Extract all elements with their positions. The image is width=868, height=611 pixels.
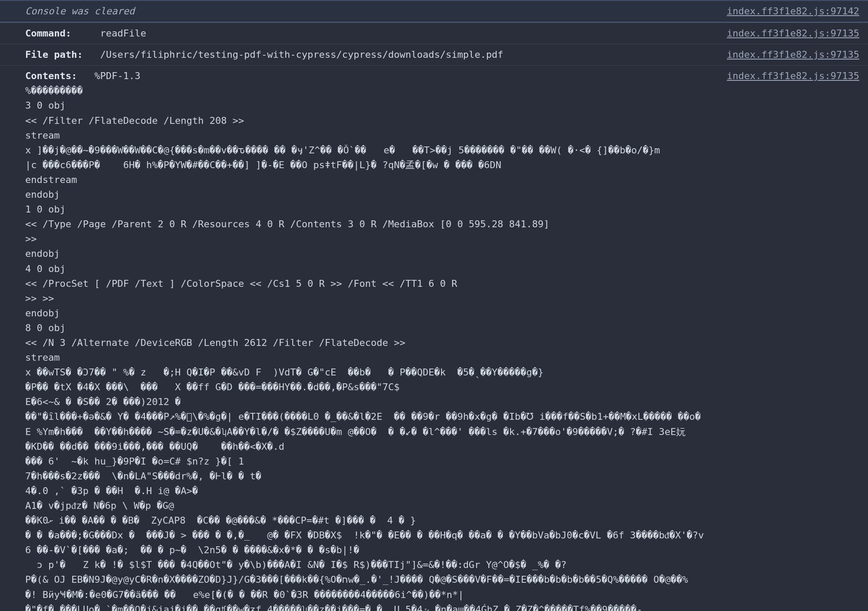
- source-link[interactable]: index.ff3f1e82.js:97135: [727, 70, 859, 81]
- command-value-text: readFile: [100, 26, 146, 41]
- console-row-filepath: File path: /Users/filiphric/testing-pdf-…: [0, 44, 868, 65]
- command-value: [71, 26, 100, 41]
- console-cleared-message: Console was cleared: [25, 4, 135, 19]
- filepath-label: File path:: [25, 47, 83, 62]
- contents-first-value: %PDF-1.3: [94, 70, 140, 81]
- devtools-console: Console was cleared index.ff3f1e82.js:97…: [0, 0, 868, 611]
- source-link[interactable]: index.ff3f1e82.js:97135: [727, 49, 859, 60]
- source-link[interactable]: index.ff3f1e82.js:97142: [727, 6, 859, 17]
- console-row-contents: Contents: %PDF-1.3 index.ff3f1e82.js:971…: [0, 65, 868, 611]
- contents-label: Contents:: [25, 70, 77, 81]
- contents-body: %��������� 3 0 obj << /Filter /FlateDeco…: [25, 83, 859, 611]
- command-label: Command:: [25, 26, 71, 41]
- source-link[interactable]: index.ff3f1e82.js:97135: [727, 28, 859, 39]
- console-row-cleared: Console was cleared index.ff3f1e82.js:97…: [0, 0, 868, 23]
- filepath-value: /Users/filiphric/testing-pdf-with-cypres…: [100, 47, 503, 62]
- console-row-command: Command: readFile index.ff3f1e82.js:9713…: [0, 23, 868, 44]
